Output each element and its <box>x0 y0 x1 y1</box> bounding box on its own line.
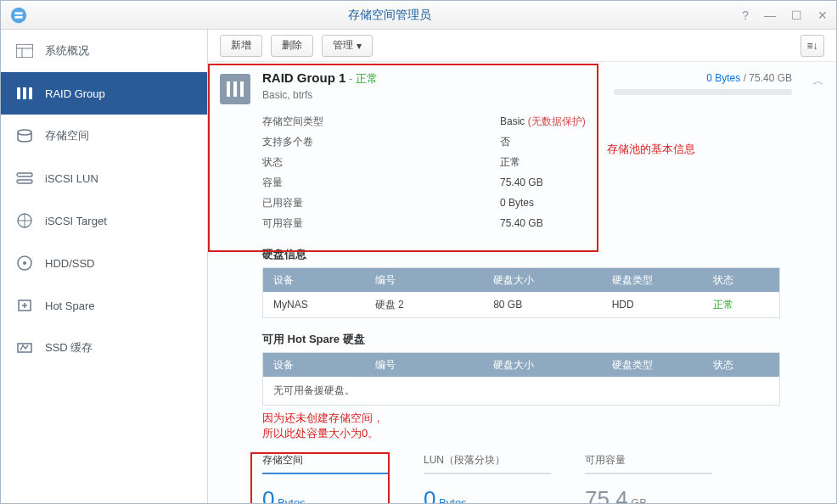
sidebar: 系统概况 RAID Group 存储空间 iSCSI LUN iSCSI Tar… <box>1 30 208 503</box>
disk-table: 设备 编号 硬盘大小 硬盘类型 状态 MyNAS 硬盘 2 80 GB HDD <box>262 267 780 318</box>
add-button[interactable]: 新增 <box>220 35 262 57</box>
cap-used: 0 Bytes <box>706 72 740 84</box>
svg-point-16 <box>23 261 26 265</box>
prop-label: 已用容量 <box>262 196 500 210</box>
sidebar-item-label: Hot Spare <box>45 300 95 312</box>
th-device: 设备 <box>263 358 365 372</box>
prop-label: 支持多个卷 <box>262 135 500 149</box>
annotation-volume-line2: 所以此处容量大小为0。 <box>262 426 824 441</box>
view-options-button[interactable]: ≡↓ <box>800 35 824 57</box>
td-size: 80 GB <box>483 299 602 311</box>
toolbar: 新增 删除 管理 ▾ ≡↓ <box>208 30 836 62</box>
hs-table-head: 设备 编号 硬盘大小 硬盘类型 状态 <box>263 353 779 377</box>
svg-rect-11 <box>17 180 32 183</box>
manage-label: 管理 <box>333 38 353 53</box>
th-type: 硬盘类型 <box>602 358 704 372</box>
close-button[interactable]: ✕ <box>817 8 828 22</box>
cap-summary: 0 Bytes / 75.40 GB <box>706 72 792 84</box>
disk-table-row[interactable]: MyNAS 硬盘 2 80 GB HDD 正常 <box>263 292 779 317</box>
prop-value: Basic (无数据保护) <box>500 115 586 129</box>
sidebar-item-label: RAID Group <box>45 87 105 100</box>
card-title: LUN（段落分块） <box>424 453 551 474</box>
disk-table-head: 设备 编号 硬盘大小 硬盘类型 状态 <box>263 268 779 292</box>
prop-value: 正常 <box>500 155 520 170</box>
th-no: 编号 <box>365 273 484 288</box>
volume-icon <box>16 128 33 143</box>
svg-rect-2 <box>14 15 22 18</box>
group-subtitle: Basic, btrfs <box>262 89 602 101</box>
cap-total: 75.40 GB <box>749 72 792 84</box>
header-titles: RAID Group 1 - 正常 Basic, btrfs <box>262 70 602 101</box>
sidebar-item-raid-group[interactable]: RAID Group <box>1 72 207 115</box>
th-type: 硬盘类型 <box>602 273 704 288</box>
svg-rect-7 <box>23 87 26 99</box>
card-value: 0 Bytes <box>424 486 551 503</box>
td-device: MyNAS <box>263 299 365 311</box>
sidebar-item-hdd-ssd[interactable]: HDD/SSD <box>1 242 207 284</box>
collapse-toggle[interactable]: ︿ <box>812 74 824 89</box>
raid-group-icon <box>16 86 33 101</box>
prop-value: 0 Bytes <box>500 197 534 209</box>
iscsi-lun-icon <box>16 171 33 186</box>
prop-label: 存储空间类型 <box>262 115 500 129</box>
hs-section-title: 可用 Hot Spare 硬盘 <box>262 332 824 347</box>
sidebar-item-ssd-cache[interactable]: SSD 缓存 <box>1 327 207 369</box>
sidebar-item-label: HDD/SSD <box>45 257 95 270</box>
chevron-down-icon: ▾ <box>357 40 362 52</box>
card-lun: LUN（段落分块） 0 Bytes <box>424 453 551 503</box>
svg-rect-8 <box>29 87 32 99</box>
sidebar-item-volume[interactable]: 存储空间 <box>1 115 207 157</box>
svg-rect-22 <box>233 81 237 97</box>
capacity-block: 0 Bytes / 75.40 GB <box>614 70 792 95</box>
sidebar-item-label: 系统概况 <box>45 43 89 59</box>
list-icon: ≡↓ <box>806 40 817 52</box>
delete-button[interactable]: 删除 <box>271 35 313 57</box>
th-status: 状态 <box>703 273 779 288</box>
sidebar-item-hot-spare[interactable]: Hot Spare <box>1 284 207 327</box>
list-header: RAID Group 1 - 正常 Basic, btrfs 0 Bytes /… <box>220 70 824 104</box>
card-title: 可用容量 <box>585 453 712 474</box>
content: RAID Group 1 - 正常 Basic, btrfs 0 Bytes /… <box>208 62 836 503</box>
card-avail: 可用容量 75.4 GB <box>585 453 712 503</box>
minimize-button[interactable]: — <box>764 8 776 22</box>
svg-rect-6 <box>17 87 20 99</box>
ssd-cache-icon <box>16 340 33 356</box>
prop-value: 75.40 GB <box>500 176 543 188</box>
card-volume: 存储空间 0 Bytes <box>262 453 390 503</box>
help-button[interactable]: ? <box>742 8 749 22</box>
prop-label: 状态 <box>262 155 500 170</box>
svg-rect-10 <box>17 173 32 176</box>
maximize-button[interactable]: ☐ <box>791 8 802 22</box>
hot-spare-icon <box>16 298 33 313</box>
th-no: 编号 <box>365 358 484 372</box>
sidebar-item-iscsi-lun[interactable]: iSCSI LUN <box>1 157 207 199</box>
sidebar-item-overview[interactable]: 系统概况 <box>1 30 207 72</box>
card-value: 75.4 GB <box>585 486 712 503</box>
hs-table: 设备 编号 硬盘大小 硬盘类型 状态 无可用备援硬盘。 <box>262 352 780 406</box>
raid-group-item: RAID Group 1 - 正常 Basic, btrfs 0 Bytes /… <box>208 62 836 503</box>
manage-button[interactable]: 管理 ▾ <box>322 35 373 57</box>
card-unit: GB <box>631 496 647 503</box>
prop-value: 75.40 GB <box>500 217 543 229</box>
titlebar: 存储空间管理员 ? — ☐ ✕ <box>1 1 836 30</box>
svg-rect-21 <box>227 81 230 97</box>
svg-rect-3 <box>16 44 33 58</box>
prop-avail: 可用容量 75.40 GB <box>262 213 824 233</box>
sidebar-item-label: iSCSI LUN <box>45 172 98 185</box>
prop-status: 状态 正常 <box>262 152 824 172</box>
sidebar-item-label: SSD 缓存 <box>45 340 93 356</box>
hs-empty: 无可用备援硬盘。 <box>263 377 779 405</box>
capacity-bar <box>614 89 792 95</box>
app-icon <box>9 6 28 25</box>
sidebar-item-label: 存储空间 <box>45 128 89 143</box>
details: 存储空间类型 Basic (无数据保护) 支持多个卷 否 状态 正常 容量 <box>262 111 824 503</box>
th-device: 设备 <box>263 273 365 288</box>
window-controls: ? — ☐ ✕ <box>742 8 828 22</box>
card-unit: Bytes <box>439 496 467 503</box>
type-value: Basic <box>500 115 525 127</box>
sidebar-item-iscsi-target[interactable]: iSCSI Target <box>1 199 207 242</box>
svg-rect-23 <box>240 81 244 97</box>
th-size: 硬盘大小 <box>483 358 602 372</box>
card-big: 0 <box>424 486 435 503</box>
prop-used: 已用容量 0 Bytes <box>262 193 824 213</box>
